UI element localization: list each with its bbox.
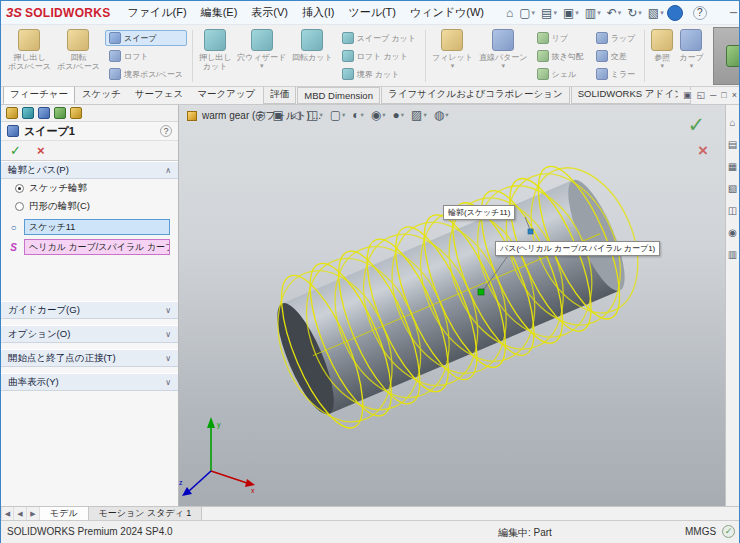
menu-edit[interactable]: 編集(E) bbox=[194, 2, 245, 23]
minimize-button[interactable]: ─ bbox=[719, 1, 740, 24]
section-profile-and-path[interactable]: 輪郭とパス(P) ∧ bbox=[1, 161, 178, 179]
hole-wizard-button[interactable]: 穴ウィザード ▾ bbox=[234, 27, 289, 85]
doc-cascade-icon[interactable]: ▣ bbox=[683, 90, 692, 100]
menu-insert[interactable]: 挿入(I) bbox=[295, 2, 341, 23]
tab-markup[interactable]: マークアップ bbox=[190, 87, 262, 104]
doc-close-icon[interactable]: × bbox=[732, 90, 737, 100]
path-callout[interactable]: パス(ヘリカル カーブ/スパイラル カーブ1) bbox=[495, 241, 660, 256]
intersect-button[interactable]: 交差 bbox=[592, 48, 640, 64]
loft-button[interactable]: ロフト bbox=[105, 48, 187, 64]
rib-button[interactable]: リブ bbox=[533, 30, 588, 46]
graphics-viewport[interactable]: y x z warm gear (デフォルト) ... ◎ ▣ ◁ ◫▾ ▢▾ … bbox=[179, 105, 727, 506]
section-options[interactable]: オプション(O) ∨ bbox=[1, 325, 178, 343]
section-guide-curves[interactable]: ガイドカーブ(G) ∨ bbox=[1, 301, 178, 319]
appearances-icon[interactable]: ◉ bbox=[728, 227, 737, 238]
draft-button[interactable]: 抜き勾配 bbox=[533, 48, 588, 64]
view-settings-icon[interactable]: ◍▾ bbox=[434, 108, 449, 122]
print-icon[interactable]: ▥▾ bbox=[582, 5, 604, 21]
confirm-cancel-button[interactable]: × bbox=[698, 143, 708, 159]
reference-geometry-button[interactable]: 参照 ▾ bbox=[648, 27, 676, 85]
view-palette-icon[interactable]: ◫ bbox=[728, 205, 737, 216]
boundary-cut-button[interactable]: 境界 カット bbox=[338, 66, 420, 82]
pm-cancel-button[interactable]: × bbox=[37, 143, 45, 158]
configurationmanager-tab-icon[interactable] bbox=[38, 107, 50, 119]
propertymanager-tab-icon[interactable] bbox=[6, 107, 18, 119]
curves-button[interactable]: カーブ ▾ bbox=[676, 27, 706, 85]
resources-icon[interactable]: ▤ bbox=[728, 139, 737, 150]
radio-circular-profile[interactable]: 円形の輪郭(C) bbox=[1, 197, 178, 215]
tab-mbd-dimension[interactable]: MBD Dimension bbox=[297, 87, 380, 104]
previous-view-icon[interactable]: ◁ bbox=[291, 108, 300, 122]
loft-cut-button[interactable]: ロフト カット bbox=[338, 48, 420, 64]
view-orientation-icon[interactable]: ▢▾ bbox=[330, 108, 346, 122]
save-icon[interactable]: ▣▾ bbox=[560, 5, 582, 21]
help-icon[interactable]: ? bbox=[693, 6, 707, 20]
rebuild-icon[interactable]: ↻▾ bbox=[624, 5, 645, 21]
file-explorer-icon[interactable]: ▧ bbox=[728, 183, 737, 194]
scene-icon[interactable]: ▨▾ bbox=[411, 108, 427, 122]
sweep-cut-button[interactable]: スイープ カット bbox=[338, 30, 420, 46]
path-selection-handle[interactable] bbox=[478, 289, 484, 295]
display-style-icon[interactable]: ◐▾ bbox=[352, 108, 364, 122]
section-curvature-display[interactable]: 曲率表示(Y) ∨ bbox=[1, 373, 178, 391]
tab-lifecycle-collaboration[interactable]: ライフサイクルおよびコラボレーション bbox=[381, 87, 570, 104]
section-start-end-tangency[interactable]: 開始点と終了点の正接(T) ∨ bbox=[1, 349, 178, 367]
tab-scroll-start-button[interactable]: ◀ bbox=[1, 507, 14, 520]
menu-file[interactable]: ファイル(F) bbox=[121, 2, 194, 23]
doc-minimize-icon[interactable]: ─ bbox=[710, 90, 716, 100]
wrap-button[interactable]: ラップ bbox=[592, 30, 640, 46]
extrude-boss-button[interactable]: 押し出しボス/ベース bbox=[5, 27, 54, 85]
path-selection-field[interactable]: ヘリカル カーブ/スパイラル カーブ1 bbox=[24, 239, 170, 255]
menu-tools[interactable]: ツール(T) bbox=[341, 2, 403, 23]
featuremanager-tab-icon[interactable] bbox=[22, 107, 34, 119]
sweep-button[interactable]: スイープ bbox=[105, 30, 187, 46]
new-file-icon[interactable]: ▢▾ bbox=[516, 5, 538, 21]
tab-features[interactable]: フィーチャー bbox=[3, 87, 75, 104]
worm-gear-model[interactable] bbox=[255, 146, 661, 442]
tab-sketch[interactable]: スケッチ bbox=[75, 87, 128, 104]
boundary-boss-button[interactable]: 境界ボス/ベース bbox=[105, 66, 187, 82]
zoom-fit-icon[interactable]: ◎ bbox=[255, 108, 265, 122]
zoom-area-icon[interactable]: ▣ bbox=[272, 108, 283, 122]
open-file-icon[interactable]: ▤▾ bbox=[538, 5, 560, 21]
menu-window[interactable]: ウィンドウ(W) bbox=[403, 2, 491, 23]
shell-button[interactable]: シェル bbox=[533, 66, 588, 82]
linear-pattern-button[interactable]: 直線パターン ▾ bbox=[476, 27, 531, 85]
profile-callout[interactable]: 輪郭(スケッチ11) bbox=[443, 205, 515, 220]
menu-view[interactable]: 表示(V) bbox=[244, 2, 295, 23]
radio-sketch-profile[interactable]: スケッチ輪郭 bbox=[1, 179, 178, 197]
tab-surfaces[interactable]: サーフェス bbox=[128, 87, 190, 104]
revolve-cut-button[interactable]: 回転カット bbox=[289, 27, 336, 85]
tab-scroll-right-button[interactable]: ▶ bbox=[27, 507, 40, 520]
fillet-button[interactable]: フィレット ▾ bbox=[429, 27, 476, 85]
extrude-cut-button[interactable]: 押し出しカット bbox=[196, 27, 234, 85]
displaymanager-tab-icon[interactable] bbox=[70, 107, 82, 119]
model-canvas[interactable]: y x z bbox=[179, 105, 727, 506]
undo-icon[interactable]: ↶▾ bbox=[604, 5, 625, 21]
instant3d-button[interactable]: Instant3D bbox=[713, 27, 739, 85]
profile-selection-field[interactable]: スケッチ11 bbox=[24, 219, 170, 235]
tab-model[interactable]: モデル bbox=[40, 507, 89, 520]
profile-vertex-handle[interactable] bbox=[528, 229, 533, 234]
tab-evaluate[interactable]: 評価 bbox=[263, 87, 296, 104]
custom-properties-icon[interactable]: ▥ bbox=[728, 249, 737, 260]
user-avatar[interactable] bbox=[667, 5, 683, 21]
pm-ok-button[interactable]: ✓ bbox=[10, 143, 21, 158]
tab-scroll-left-button[interactable]: ◀ bbox=[14, 507, 27, 520]
unit-system-selector[interactable]: MMGS bbox=[685, 526, 716, 537]
tab-motion-study[interactable]: モーション スタディ 1 bbox=[89, 507, 203, 520]
confirm-ok-button[interactable]: ✓ bbox=[687, 115, 705, 135]
doc-restore-icon[interactable]: ◱ bbox=[696, 90, 705, 100]
tab-solidworks-addins[interactable]: SOLIDWORKS アドイン bbox=[571, 87, 691, 104]
section-view-icon[interactable]: ◫▾ bbox=[307, 108, 323, 122]
options-icon[interactable]: ▧▾ bbox=[645, 5, 667, 21]
design-library-icon[interactable]: ▦ bbox=[728, 161, 737, 172]
taskpane-home-icon[interactable]: ⌂ bbox=[729, 117, 735, 128]
hide-show-items-icon[interactable]: ◉▾ bbox=[371, 108, 386, 122]
home-icon[interactable]: ⌂ bbox=[503, 5, 516, 21]
revolve-boss-button[interactable]: 回転ボス/ベース bbox=[54, 27, 103, 85]
edit-appearance-icon[interactable]: ●▾ bbox=[393, 108, 405, 122]
doc-maximize-icon[interactable]: □ bbox=[721, 90, 726, 100]
pm-help-icon[interactable]: ? bbox=[160, 125, 172, 137]
dimxpert-tab-icon[interactable] bbox=[54, 107, 66, 119]
